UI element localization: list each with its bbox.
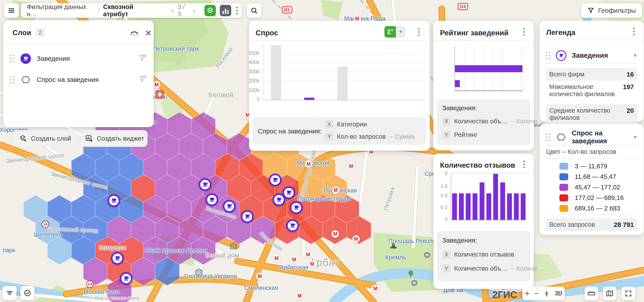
cafe-map-marker[interactable]: [241, 210, 254, 223]
legend-kebab-menu[interactable]: [629, 26, 639, 36]
demand-bar[interactable]: [304, 98, 314, 100]
next-slide-button[interactable]: ›: [193, 6, 196, 15]
compass-button[interactable]: [543, 290, 550, 297]
toggle-visibility-eye-icon[interactable]: [130, 29, 139, 38]
time-machine-button[interactable]: [20, 286, 34, 300]
reviews-bar[interactable]: [521, 193, 526, 220]
drag-handle-icon[interactable]: [546, 133, 550, 141]
metro-station-icon[interactable]: М: [332, 230, 339, 238]
prev-slide-button[interactable]: ‹: [171, 6, 174, 15]
breadcrumb-slide[interactable]: Сквозной атрибут: [103, 3, 158, 18]
rating-x-field[interactable]: Количество объ…: [454, 118, 508, 125]
metro-station-icon[interactable]: М: [153, 81, 160, 88]
metro-station-icon[interactable]: М: [290, 256, 298, 263]
reviews-bar[interactable]: [514, 193, 519, 220]
demand-x-field[interactable]: Категории: [337, 121, 367, 128]
mode-3d-button[interactable]: 3D: [555, 290, 562, 297]
metro-station-icon[interactable]: М: [256, 273, 264, 280]
cafe-map-marker[interactable]: [272, 193, 285, 206]
metro-station-icon[interactable]: М: [332, 186, 339, 194]
layers-toggle-button[interactable]: [204, 5, 216, 16]
layer-item-2[interactable]: Спрос на заведения: [10, 70, 147, 90]
widgets-toggle-button[interactable]: [220, 5, 231, 16]
zoom-in-button[interactable]: +: [525, 289, 529, 298]
layer-item-1[interactable]: Заведения: [10, 48, 147, 69]
reviews-bar[interactable]: [500, 182, 505, 220]
layer-filter-icon[interactable]: [138, 75, 147, 85]
demand-y-field[interactable]: Кол-во запросов: [337, 133, 386, 140]
create-layer-button[interactable]: Создать слой: [13, 130, 77, 147]
camera-poi-icon[interactable]: [411, 280, 418, 286]
cafe-map-marker[interactable]: [286, 219, 299, 232]
cafe-map-marker[interactable]: [206, 193, 218, 206]
cafe-map-marker[interactable]: [223, 200, 236, 213]
metro-station-icon[interactable]: М: [296, 292, 303, 300]
camera-poi-icon[interactable]: [424, 252, 430, 258]
fullscreen-button[interactable]: [622, 287, 635, 300]
menu-button[interactable]: [4, 3, 19, 18]
cafe-map-marker[interactable]: [290, 201, 303, 214]
map-filter-button[interactable]: [3, 286, 17, 300]
map-style-button[interactable]: [603, 287, 616, 300]
reviews-bar[interactable]: [459, 193, 464, 220]
reviews-bar[interactable]: [507, 193, 512, 220]
collapse-chevron-icon[interactable]: ▼: [633, 135, 638, 140]
metro-station-icon[interactable]: М: [308, 260, 316, 268]
metro-station-icon[interactable]: М: [305, 160, 312, 168]
legend-stat-row: Среднее количество филиалов20: [546, 104, 638, 124]
reviews-bar[interactable]: [486, 193, 491, 220]
demand-bar[interactable]: [338, 66, 348, 100]
legend-stat-row: Максимальное количество филиалов197: [546, 81, 638, 100]
demand-kebab-menu[interactable]: [414, 27, 424, 37]
legend-range-row: 45,47 — 177,02: [560, 184, 620, 191]
map-place-label: Белый дом: [206, 252, 239, 259]
create-widget-button[interactable]: Создать виджет: [82, 130, 148, 147]
legend-group-demand[interactable]: Спрос на заведения ▼: [546, 128, 638, 147]
rating-y-field[interactable]: Рейтинг: [454, 131, 478, 139]
cafe-map-marker[interactable]: [120, 272, 132, 285]
drag-handle-icon[interactable]: [10, 55, 15, 63]
metro-station-icon[interactable]: М: [352, 235, 360, 243]
geofilters-button[interactable]: Геофильтры: [581, 3, 642, 18]
ruler-button[interactable]: [585, 287, 598, 300]
metro-station-icon[interactable]: М: [273, 255, 280, 262]
y-axis-chip: Y: [442, 264, 450, 273]
reviews-bar[interactable]: [480, 182, 484, 220]
legend-group-venues[interactable]: Заведения ▼: [546, 46, 638, 65]
breadcrumb-presentation[interactable]: Фильтрация данных н…: [27, 3, 95, 18]
metro-station-icon[interactable]: М: [372, 285, 379, 292]
close-icon[interactable]: ✕: [145, 28, 152, 38]
hexagon-layer-icon: [20, 74, 31, 85]
metro-station-icon[interactable]: М: [304, 251, 312, 258]
metro-station-icon[interactable]: М: [347, 162, 355, 170]
drag-handle-icon[interactable]: [546, 52, 550, 59]
rating-bar[interactable]: [455, 80, 460, 87]
cafe-map-marker[interactable]: [269, 174, 282, 186]
chevron-down-icon[interactable]: ▼: [396, 26, 406, 37]
reviews-kebab-menu[interactable]: [519, 159, 529, 169]
layer-filter-icon[interactable]: [138, 54, 147, 63]
cafe-map-marker[interactable]: [199, 178, 212, 191]
rating-bar[interactable]: [455, 65, 522, 72]
legend-color-note: Цвет – Кол-во запросов: [546, 148, 616, 155]
toolbar-kebab-menu[interactable]: [232, 6, 242, 15]
reviews-bar[interactable]: [493, 174, 498, 220]
search-button[interactable]: [247, 3, 261, 18]
zoom-out-button[interactable]: −: [534, 289, 538, 298]
reviews-y-field[interactable]: Количество объ…: [454, 265, 508, 272]
reviews-x-field[interactable]: Количество отзывов: [454, 251, 514, 258]
geofilters-label: Геофильтры: [598, 7, 636, 14]
cafe-map-marker[interactable]: [108, 194, 120, 207]
reviews-bar[interactable]: [452, 193, 457, 220]
reviews-bar[interactable]: [472, 193, 478, 220]
reviews-bar[interactable]: [466, 193, 470, 220]
drag-handle-icon[interactable]: [10, 76, 15, 84]
demand-widget-panel: Спрос Σx ▼ 0100k200k300k400k500k Быстрое…: [249, 21, 430, 151]
cafe-map-marker[interactable]: [111, 252, 124, 265]
demand-bar[interactable]: [271, 45, 281, 100]
rating-kebab-menu[interactable]: [519, 27, 529, 37]
color-swatch: [560, 205, 568, 212]
map-place-label: Маяковская: [296, 159, 329, 166]
aggregation-split-button[interactable]: Σx ▼: [384, 26, 406, 37]
collapse-chevron-icon[interactable]: ▼: [633, 53, 638, 58]
